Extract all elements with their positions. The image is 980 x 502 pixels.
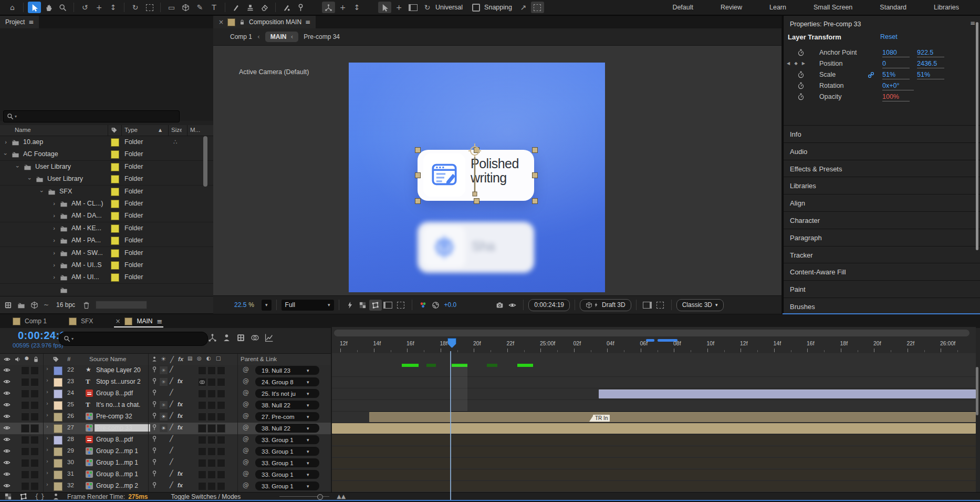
layer-name[interactable]: Group 2...mp 2 (96, 482, 149, 489)
switch-box[interactable] (198, 482, 206, 490)
layer-bar-31[interactable] (332, 469, 976, 480)
switch-box[interactable] (198, 424, 206, 433)
collapse-transform-icon[interactable]: ☀ (160, 378, 168, 386)
gizmo-move-tool[interactable]: + (392, 2, 405, 13)
close-tab-icon[interactable]: × (218, 19, 224, 25)
parent-link-dropdown[interactable]: 33. Group 1▾ (255, 435, 319, 444)
draft-3d-button[interactable]: Draft 3D (580, 299, 631, 311)
project-tree-row[interactable]: ›AC FootageFolder (0, 148, 213, 161)
layer-row-28[interactable]: ›28Group 8...pdf╱@33. Group 1▾ (0, 434, 331, 446)
switch-box[interactable] (217, 390, 225, 398)
switch-box[interactable] (217, 447, 225, 456)
collapse-switch-icon[interactable] (151, 424, 158, 431)
panel-section-info[interactable]: Info (784, 125, 980, 143)
reset-link[interactable]: Reset (880, 33, 898, 40)
hand-tool[interactable] (42, 2, 55, 13)
expand-layer-icon[interactable]: › (46, 390, 48, 395)
switch-box[interactable] (207, 447, 216, 456)
panel-menu-icon[interactable]: ≡ (305, 19, 310, 25)
project-tree-row[interactable]: ›AM - UI..SFolder (0, 259, 213, 272)
timeline-tab-main[interactable]: ×MAIN≡ (109, 314, 169, 328)
orbit-camera-tool[interactable] (322, 2, 335, 13)
fx-switch-icon[interactable]: fx (178, 470, 183, 477)
tr-in-marker[interactable]: TR In (593, 415, 610, 422)
quality-switch-icon[interactable]: ╱ (170, 413, 173, 418)
panel-section-content-aware-fill[interactable]: Content-Aware Fill (784, 263, 980, 281)
quality-icon[interactable]: ╱ (170, 356, 174, 363)
workspace-libraries[interactable]: Libraries (934, 4, 959, 11)
layer-row-24[interactable]: ›24Group 8...pdf╱@25. It's not ju▾ (0, 388, 331, 400)
lock-toggle-box[interactable] (30, 378, 39, 386)
audio-toggle-box[interactable] (21, 401, 29, 409)
switch-box[interactable] (198, 436, 206, 444)
selection-handle[interactable] (532, 172, 538, 178)
collapse-icon[interactable]: ☀ (161, 356, 166, 363)
panel-section-effects-presets[interactable]: Effects & Presets (784, 160, 980, 178)
eye-column-icon[interactable] (4, 356, 11, 363)
sort-arrow-icon[interactable]: ▲ (159, 128, 162, 132)
panel-section-align[interactable]: Align (784, 194, 980, 212)
mask-visibility-icon[interactable] (369, 300, 382, 311)
position-y-value[interactable]: 2436.5 (917, 60, 944, 68)
layer-color-swatch[interactable] (54, 459, 62, 468)
layer-color-swatch[interactable] (54, 424, 62, 433)
column-type[interactable]: Type (124, 127, 138, 133)
layer-color-swatch[interactable] (54, 470, 62, 479)
label-color-swatch[interactable] (111, 175, 119, 183)
pickwhip-icon[interactable]: @ (243, 401, 249, 407)
project-tree-row[interactable]: ›User LibraryFolder (0, 173, 213, 186)
frame-region-icon[interactable] (531, 2, 544, 13)
selection-handle[interactable] (532, 198, 538, 204)
home-tool[interactable]: ⌂ (6, 2, 19, 13)
panel-menu-icon[interactable]: ≡ (970, 20, 975, 26)
fx-switch-icon[interactable]: fx (178, 482, 183, 488)
workspace-small-screen[interactable]: Small Screen (814, 4, 852, 11)
audio-toggle-box[interactable] (21, 366, 29, 375)
quality-switch-icon[interactable]: ╱ (170, 390, 173, 395)
panel-section-paint[interactable]: Paint (784, 280, 980, 298)
parent-link-dropdown[interactable]: 33. Group 1▾ (255, 447, 319, 456)
zoom-gizmo-icon[interactable]: ↗ (517, 2, 530, 13)
layer-name[interactable]: Group 8...mp 1 (96, 470, 149, 478)
audio-toggle-box[interactable] (21, 378, 29, 386)
properties-scrollbar[interactable] (976, 22, 978, 250)
label-color-swatch[interactable] (111, 163, 119, 171)
mask-mode-icon[interactable] (19, 493, 27, 500)
audio-toggle-box[interactable] (21, 436, 29, 444)
project-tree-row[interactable]: ›AM - CL...)Folder (0, 198, 213, 210)
timeline-search-input[interactable] (75, 335, 190, 343)
switch-box[interactable] (207, 378, 216, 386)
collapse-chevron-icon[interactable]: › (3, 151, 8, 157)
layer-name[interactable]: Shape Layer 20 (96, 366, 149, 374)
pixel-aspect-icon[interactable] (654, 300, 666, 311)
collapse-switch-icon[interactable] (151, 413, 158, 419)
expand-chevron-icon[interactable]: › (51, 225, 57, 231)
layer-name[interactable]: Group 8...pdf (96, 390, 149, 397)
selection-handle[interactable] (532, 147, 538, 153)
new-composition-icon[interactable] (30, 301, 38, 309)
audio-column-icon[interactable] (14, 356, 21, 363)
layer-color-swatch[interactable] (54, 447, 62, 456)
switch-box[interactable] (217, 366, 225, 375)
expand-chevron-icon[interactable]: › (51, 200, 57, 207)
expand-layer-icon[interactable]: › (46, 366, 48, 372)
selection-handle[interactable] (415, 147, 421, 153)
new-folder-icon[interactable] (17, 301, 25, 309)
resolution-dropdown[interactable]: Full ▾ (282, 300, 334, 311)
timeline-zoom-slider[interactable] (279, 496, 329, 497)
rotate-tool[interactable]: ↻ (129, 2, 142, 13)
blurred-card[interactable]: Sha (418, 222, 534, 273)
parent-link-dropdown[interactable]: 24. Group 8▾ (255, 377, 319, 386)
playhead-line[interactable] (450, 351, 451, 500)
switch-box[interactable] (198, 447, 206, 456)
collapse-chevron-icon[interactable]: › (15, 163, 20, 170)
collapse-chevron-icon[interactable]: › (27, 176, 33, 182)
scale-x-value[interactable]: 51% (882, 71, 910, 79)
workspace-learn[interactable]: Learn (769, 4, 786, 11)
quality-switch-icon[interactable]: ╱ (170, 401, 173, 407)
layer-bar-27-selected[interactable] (332, 423, 976, 434)
layer-name[interactable]: Pre-comp 32 (96, 413, 149, 420)
layer-row-27[interactable]: ›27Pre-comp 33☀╱fx@38. Null 22▾ (0, 423, 331, 435)
type-tool[interactable]: T (207, 2, 221, 13)
link-dimensions-icon[interactable] (868, 71, 874, 78)
